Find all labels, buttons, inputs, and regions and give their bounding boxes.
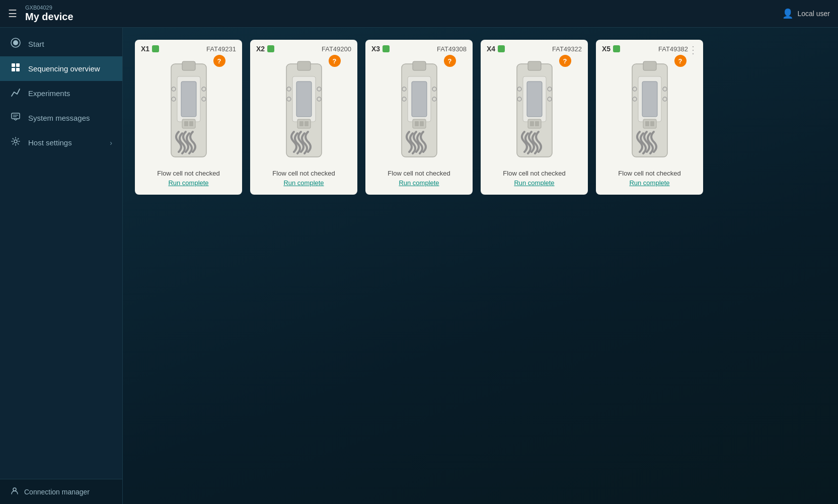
svg-rect-42 [415, 121, 419, 126]
svg-rect-63 [643, 119, 656, 128]
card-action-x3[interactable]: Run complete [399, 179, 439, 187]
slot-indicator-x3 [383, 45, 390, 52]
svg-rect-53 [530, 121, 534, 126]
device-id: GXB04029 [25, 5, 73, 11]
card-status-x2: Flow cell not checked [272, 170, 335, 177]
host-settings-icon [10, 136, 21, 149]
card-id-x5: FAT49382 [658, 45, 688, 53]
cards-grid: X1 FAT49231 ? [135, 40, 826, 195]
card-slot-x4: X4 [487, 45, 505, 53]
sidebar-item-label: System messages [28, 114, 112, 122]
flow-cell-x3: ? [387, 59, 452, 164]
svg-rect-21 [189, 121, 193, 126]
svg-rect-31 [299, 121, 303, 126]
sidebar-item-sequencing-overview[interactable]: Sequencing overview [0, 56, 122, 81]
svg-rect-23 [297, 61, 311, 70]
card-slot-x3: X3 [371, 45, 390, 53]
warning-badge-x3: ? [444, 55, 456, 67]
card-id-x1: FAT49231 [206, 45, 236, 53]
svg-rect-36 [412, 81, 427, 117]
svg-rect-6 [12, 113, 20, 119]
svg-rect-2 [12, 63, 15, 67]
svg-rect-54 [535, 121, 539, 126]
warning-badge-x4: ? [559, 55, 571, 67]
sidebar-item-label: Experiments [28, 89, 112, 98]
app-body: Start Sequencing overview [0, 28, 838, 504]
svg-rect-58 [642, 81, 657, 117]
system-messages-icon [10, 112, 21, 124]
card-slot-x2: X2 [256, 45, 274, 53]
svg-rect-19 [182, 119, 195, 128]
warning-badge-x2: ? [329, 55, 341, 67]
flow-cell-x2: ? [271, 59, 337, 164]
svg-rect-43 [420, 121, 424, 126]
sidebar-item-start[interactable]: Start [0, 32, 122, 56]
card-action-x1[interactable]: Run complete [168, 179, 208, 187]
svg-rect-56 [643, 61, 656, 70]
experiments-icon [10, 87, 21, 100]
card-slot-x1: X1 [141, 45, 159, 53]
user-label: Local user [797, 10, 830, 18]
svg-rect-45 [528, 61, 541, 70]
svg-rect-41 [413, 119, 426, 128]
card-status-x4: Flow cell not checked [503, 170, 565, 177]
svg-rect-52 [528, 119, 541, 128]
sidebar-item-label: Sequencing overview [28, 64, 112, 73]
sidebar-item-system-messages[interactable]: System messages [0, 106, 122, 130]
card-action-x2[interactable]: Run complete [283, 179, 324, 187]
menu-icon[interactable]: ☰ [8, 8, 17, 20]
card-action-x5[interactable]: Run complete [629, 179, 669, 187]
svg-point-9 [14, 140, 17, 143]
connection-manager-icon [10, 486, 19, 497]
card-slot-x5: X5 [602, 45, 620, 53]
chevron-right-icon: › [110, 139, 112, 147]
svg-rect-64 [645, 121, 649, 126]
svg-rect-30 [297, 119, 311, 128]
sidebar-item-label: Start [28, 40, 112, 48]
device-card-x3: X3 FAT49308 ? [365, 40, 473, 195]
card-id-x3: FAT49308 [437, 45, 467, 53]
card-id-x2: FAT49200 [322, 45, 351, 53]
svg-rect-32 [304, 121, 309, 126]
main-content: X1 FAT49231 ? [123, 28, 838, 504]
svg-rect-5 [16, 68, 20, 71]
user-section[interactable]: 👤 Local user [782, 8, 830, 19]
device-card-x5: X5 FAT49382 ⋮ ? [596, 40, 703, 195]
svg-rect-65 [650, 121, 654, 126]
card-header-x3: X3 FAT49308 [365, 40, 473, 56]
warning-badge-x5: ? [674, 55, 687, 67]
device-card-x2: X2 FAT49200 ? [250, 40, 357, 195]
svg-rect-34 [413, 61, 426, 70]
card-status-x3: Flow cell not checked [388, 170, 450, 177]
svg-rect-25 [296, 81, 312, 117]
more-options-icon-x5[interactable]: ⋮ [688, 44, 698, 56]
svg-point-1 [13, 40, 18, 45]
device-card-x1: X1 FAT49231 ? [135, 40, 242, 195]
card-header-x1: X1 FAT49231 [135, 40, 242, 56]
svg-rect-3 [16, 63, 20, 67]
connection-manager-label: Connection manager [24, 488, 90, 496]
card-header-x2: X2 FAT49200 [250, 40, 357, 56]
start-icon [10, 38, 21, 50]
card-status-x5: Flow cell not checked [618, 170, 680, 177]
svg-rect-47 [527, 81, 542, 117]
card-header-x5: X5 FAT49382 [596, 40, 703, 56]
sidebar-item-experiments[interactable]: Experiments [0, 81, 122, 106]
flow-cell-x1: ? [156, 59, 221, 164]
svg-rect-20 [184, 121, 188, 126]
card-header-x4: X4 FAT49322 [481, 40, 588, 56]
sidebar-item-host-settings[interactable]: Host settings › [0, 130, 122, 155]
device-card-x4: X4 FAT49322 ? [481, 40, 588, 195]
slot-indicator-x4 [498, 45, 505, 52]
connection-manager-item[interactable]: Connection manager [0, 479, 122, 504]
sidebar: Start Sequencing overview [0, 28, 123, 504]
user-icon: 👤 [782, 8, 793, 19]
slot-indicator-x2 [267, 45, 274, 52]
header-title-group: GXB04029 My device [25, 5, 73, 23]
sidebar-nav: Start Sequencing overview [0, 28, 122, 479]
card-status-x1: Flow cell not checked [157, 170, 219, 177]
card-action-x4[interactable]: Run complete [514, 179, 554, 187]
sequencing-overview-icon [10, 62, 21, 75]
device-title: My device [25, 11, 73, 23]
slot-indicator-x1 [152, 45, 159, 52]
